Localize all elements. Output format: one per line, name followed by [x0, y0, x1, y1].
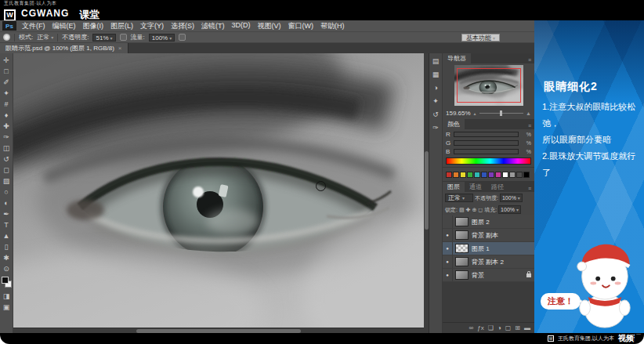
menu-item[interactable]: 3D(D): [232, 21, 251, 31]
history-panel-icon[interactable]: ↺: [430, 110, 442, 120]
menu-item[interactable]: 窗口(W): [288, 21, 314, 31]
swatches-panel-icon[interactable]: ▦: [430, 70, 442, 80]
workspace-dropdown[interactable]: 基本功能: [461, 34, 500, 42]
layer-visibility-icon[interactable]: [443, 242, 453, 255]
lasso-tool-icon[interactable]: ✐: [0, 77, 13, 88]
fill-field[interactable]: 100%: [498, 205, 521, 214]
layer-thumbnail[interactable]: [455, 217, 469, 226]
menu-item[interactable]: 视图(V): [258, 21, 281, 31]
layer-row[interactable]: 图层 1: [443, 242, 534, 255]
color-swatch[interactable]: [509, 172, 516, 178]
eyedropper-tool-icon[interactable]: ♦: [0, 110, 13, 121]
type-tool-icon[interactable]: T: [0, 219, 13, 230]
tab-navigator[interactable]: 导航器: [443, 53, 471, 63]
color-swatch[interactable]: [446, 172, 452, 178]
color-swatch[interactable]: [460, 172, 466, 178]
lock-transparency-icon[interactable]: ▨: [459, 207, 465, 213]
color-swatch[interactable]: [474, 172, 480, 178]
horizontal-scrollbar[interactable]: [13, 328, 424, 333]
layer-visibility-icon[interactable]: [443, 215, 453, 228]
layer-row[interactable]: 背景 副本: [443, 229, 534, 242]
tab-channels[interactable]: 通道: [465, 182, 487, 192]
tab-color[interactable]: 颜色: [443, 119, 465, 129]
menu-item[interactable]: 帮助(H): [320, 21, 345, 31]
zoom-slider[interactable]: [479, 113, 524, 114]
close-tab-icon[interactable]: ×: [118, 45, 122, 52]
gradient-tool-icon[interactable]: ▨: [0, 176, 13, 186]
color-panel-icon[interactable]: ▤: [430, 56, 442, 67]
brush-tool-icon[interactable]: ✑: [0, 132, 13, 143]
dodge-tool-icon[interactable]: ◐: [0, 197, 13, 208]
layers-footer-icon[interactable]: ▢: [505, 323, 512, 334]
menu-item[interactable]: 编辑(E): [52, 21, 76, 31]
layers-footer-icon[interactable]: ∞: [469, 323, 474, 334]
menu-item[interactable]: 图层(L): [110, 21, 133, 31]
layer-thumbnail[interactable]: [455, 257, 469, 266]
zoom-tool-icon[interactable]: ⊙: [0, 263, 13, 274]
panel-menu-icon[interactable]: ≡: [525, 186, 534, 192]
vertical-scrollbar[interactable]: [424, 53, 429, 333]
tab-layers[interactable]: 图层: [443, 182, 465, 192]
flow-field[interactable]: 100%: [149, 34, 175, 42]
layer-opacity-field[interactable]: 100%: [500, 194, 523, 202]
channel-slider[interactable]: [454, 132, 519, 137]
color-swatch-control[interactable]: [0, 276, 13, 289]
brush-panel-icon[interactable]: ✑: [430, 123, 442, 133]
panel-menu-icon[interactable]: ≡: [525, 57, 534, 63]
color-swatch[interactable]: [481, 172, 487, 178]
menu-item[interactable]: 图像(I): [83, 21, 104, 31]
tab-paths[interactable]: 路径: [487, 182, 508, 192]
layer-visibility-icon[interactable]: [443, 269, 453, 281]
shape-tool-icon[interactable]: ▯: [0, 241, 13, 252]
layer-thumbnail[interactable]: [455, 244, 469, 253]
lock-pixels-icon[interactable]: ✚: [466, 207, 471, 213]
layer-row[interactable]: 背景 副本 2: [443, 255, 534, 269]
menu-item[interactable]: 文件(F): [22, 21, 45, 31]
layer-visibility-icon[interactable]: [443, 229, 453, 241]
airbrush-icon[interactable]: [179, 34, 186, 41]
color-swatch[interactable]: [516, 172, 523, 178]
hand-tool-icon[interactable]: ✱: [0, 252, 13, 263]
pen-tool-icon[interactable]: ✒: [0, 208, 13, 219]
crop-tool-icon[interactable]: #: [0, 99, 13, 110]
channel-value[interactable]: %: [521, 132, 531, 137]
styles-panel-icon[interactable]: ✦: [430, 96, 442, 107]
marquee-tool-icon[interactable]: □: [0, 66, 13, 77]
layers-footer-icon[interactable]: ▬: [524, 323, 530, 334]
layers-footer-icon[interactable]: ❏: [488, 323, 494, 334]
color-spectrum-ramp[interactable]: [446, 158, 531, 165]
channel-slider[interactable]: [454, 149, 519, 154]
layers-footer-icon[interactable]: ⊞: [515, 323, 520, 334]
color-swatch[interactable]: [495, 172, 501, 178]
magic-wand-tool-icon[interactable]: ✦: [0, 88, 13, 99]
move-tool-icon[interactable]: ✛: [0, 55, 13, 66]
menu-item[interactable]: 滤镜(T): [201, 21, 225, 31]
lock-position-icon[interactable]: ⊕: [472, 207, 476, 213]
zoom-out-icon[interactable]: ▲: [473, 111, 477, 116]
color-swatch[interactable]: [502, 172, 508, 178]
layer-row[interactable]: 背景: [443, 269, 534, 282]
foreground-color-chip[interactable]: [2, 277, 9, 284]
color-swatch[interactable]: [488, 172, 494, 178]
vscroll-thumb[interactable]: [425, 151, 429, 230]
quick-mask-icon[interactable]: ◨: [0, 291, 13, 302]
channel-value[interactable]: %: [521, 140, 531, 146]
brush-preset-icon[interactable]: [3, 34, 10, 41]
screen-mode-icon[interactable]: ▣: [0, 302, 13, 313]
clone-stamp-tool-icon[interactable]: ◫: [0, 143, 13, 154]
navigator-view-box[interactable]: [457, 68, 521, 103]
layer-thumbnail[interactable]: [455, 270, 469, 280]
menu-item[interactable]: 选择(S): [171, 21, 194, 31]
document-tab[interactable]: 眼睛示范.psd @ 100% (图层 1, RGB/8) ×: [0, 43, 128, 53]
menu-item[interactable]: 文字(Y): [140, 21, 164, 31]
mode-dropdown[interactable]: 正常: [37, 33, 53, 42]
healing-brush-tool-icon[interactable]: ✚: [0, 121, 13, 132]
color-swatch[interactable]: [523, 172, 530, 178]
zoom-slider-thumb[interactable]: [500, 110, 502, 116]
navigator-thumbnail[interactable]: [454, 65, 523, 106]
panel-menu-icon[interactable]: ≡: [525, 123, 534, 129]
history-brush-tool-icon[interactable]: ↺: [0, 154, 13, 165]
color-swatch[interactable]: [467, 172, 473, 178]
path-select-tool-icon[interactable]: ▲: [0, 230, 13, 241]
layer-visibility-icon[interactable]: [443, 255, 453, 268]
